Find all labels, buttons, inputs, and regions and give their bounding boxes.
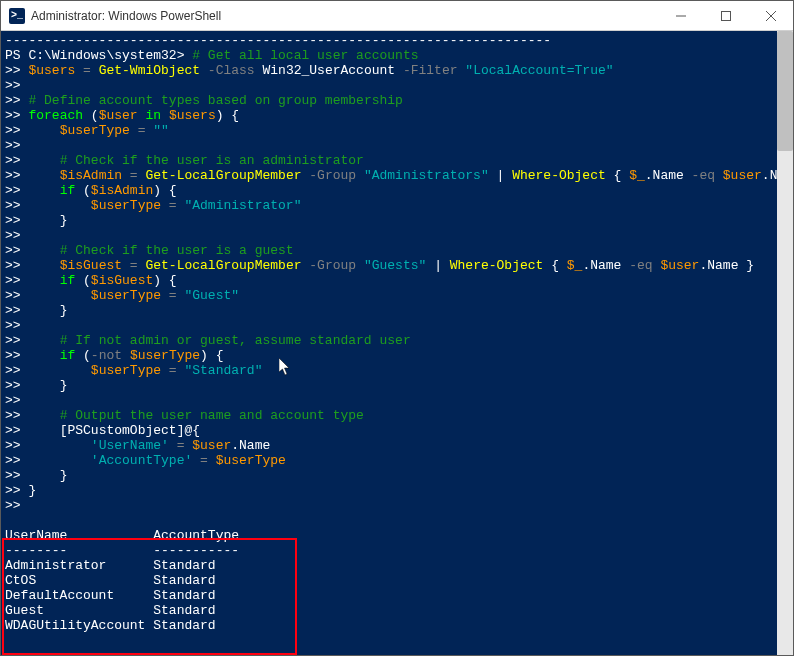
scrollbar[interactable] xyxy=(777,31,793,655)
window-controls xyxy=(658,1,793,30)
terminal-content: ----------------------------------------… xyxy=(5,33,789,655)
scrollbar-thumb[interactable] xyxy=(777,31,793,151)
powershell-icon: >_ xyxy=(9,8,25,24)
titlebar[interactable]: >_ Administrator: Windows PowerShell xyxy=(1,1,793,31)
close-button[interactable] xyxy=(748,1,793,30)
output-rows: Administrator Standard CtOS Standard Def… xyxy=(5,558,216,633)
output-header: UserName AccountType xyxy=(5,528,239,543)
output-divider: -------- ----------- xyxy=(5,543,239,558)
svg-rect-1 xyxy=(721,11,730,20)
minimize-button[interactable] xyxy=(658,1,703,30)
maximize-button[interactable] xyxy=(703,1,748,30)
dashline: ----------------------------------------… xyxy=(5,33,551,48)
window-title: Administrator: Windows PowerShell xyxy=(31,9,658,23)
terminal-area[interactable]: ----------------------------------------… xyxy=(1,31,793,655)
powershell-window: >_ Administrator: Windows PowerShell ---… xyxy=(0,0,794,656)
